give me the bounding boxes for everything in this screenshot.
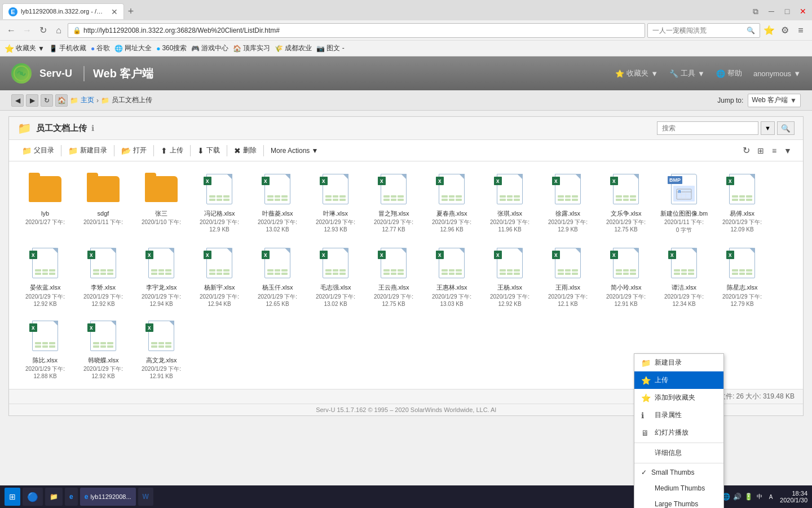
context-menu-details[interactable]: 详细信息 <box>634 444 723 462</box>
file-search-input[interactable] <box>657 121 758 135</box>
list-item[interactable]: x 杨新宇.xlsx 2020/1/29 下午: 12.94 KB <box>192 241 247 310</box>
list-item[interactable]: x 易傅.xlsx 2020/1/29 下午: 12.09 KB <box>714 167 770 238</box>
address-bar[interactable]: 🔒 http://lyb11292008.in.3322.org:36828/W… <box>68 23 645 38</box>
fav-games[interactable]: 🎮游戏中心 <box>191 43 228 53</box>
list-item[interactable]: sdgf 2020/1/11 下午: <box>76 167 131 238</box>
minimize-btn[interactable]: ─ <box>765 5 778 18</box>
list-item[interactable]: x 毛志强.xlsx 2020/1/29 下午: 13.02 KB <box>308 241 363 310</box>
view-dropdown-btn[interactable]: ▼ <box>781 144 795 157</box>
open-btn[interactable]: 📂 打开 <box>117 143 151 157</box>
context-menu-medium-thumbs[interactable]: Medium Thumbs <box>634 480 723 496</box>
list-item[interactable]: x 陈比.xlsx 2020/1/29 下午: 12.88 KB <box>17 314 73 383</box>
breadcrumb-home[interactable]: 主页 <box>81 95 94 105</box>
download-btn[interactable]: ⬇ 下载 <box>193 143 224 157</box>
search-arrow-btn[interactable]: ▼ <box>761 121 775 135</box>
fav-google[interactable]: ●谷歌 <box>91 43 110 53</box>
tools-icon[interactable]: ⚙ <box>778 24 792 37</box>
list-item[interactable]: x 韩晓蝶.xlsx 2020/1/29 下午: 12.92 KB <box>76 314 131 383</box>
context-menu-add-fav[interactable]: ⭐ 添加到收藏夹 <box>634 389 723 406</box>
fav-mobile[interactable]: 📱手机收藏 <box>49 43 86 53</box>
favorites-star-icon[interactable]: ⭐ <box>762 24 776 37</box>
fav-photo[interactable]: 📷图文 - <box>316 43 344 53</box>
list-item[interactable]: x 徐露.xlsx 2020/1/29 下午: 12.9 KB <box>540 167 595 238</box>
taskbar-active-ie[interactable]: e lyb11292008... <box>80 488 136 506</box>
system-clock: 18:34 2020/1/30 <box>780 490 807 503</box>
list-item[interactable]: x 王云燕.xlsx 2020/1/29 下午: 12.75 KB <box>366 241 421 310</box>
context-menu-small-thumbs[interactable]: ✓ Small Thumbs <box>634 465 723 480</box>
context-menu-large-thumbs[interactable]: Large Thumbs <box>634 496 723 508</box>
fav-farm[interactable]: 🌾成都农业 <box>275 43 312 53</box>
taskbar-ie[interactable]: e <box>65 488 78 506</box>
taskbar-cortana[interactable]: 🔵 <box>23 488 43 506</box>
back-btn[interactable]: ← <box>5 24 18 37</box>
info-icon[interactable]: ℹ <box>91 124 94 133</box>
home-btn[interactable]: ⌂ <box>52 24 65 37</box>
more-actions-btn[interactable]: More Actions ▼ <box>266 144 323 157</box>
context-menu-new-dir[interactable]: 📁 新建目录 <box>634 354 723 371</box>
list-item[interactable]: x 王杨.xlsx 2020/1/29 下午: 12.92 KB <box>482 241 537 310</box>
context-menu-slideshow[interactable]: 🖥 幻灯片播放 <box>634 424 723 441</box>
maximize-btn[interactable]: □ <box>780 5 794 18</box>
nav-forward-btn2[interactable]: ▶ <box>26 94 38 107</box>
list-item[interactable]: x 王惠林.xlsx 2020/1/29 下午: 13.03 KB <box>424 241 479 310</box>
list-item[interactable]: x 李矫.xlsx 2020/1/29 下午: 12.92 KB <box>76 241 131 310</box>
browser-search-input[interactable] <box>652 27 747 34</box>
list-item[interactable]: x 叶琳.xlsx 2020/1/29 下午: 12.93 KB <box>308 167 363 238</box>
nav-tools[interactable]: 🔧 工具 ▼ <box>669 68 705 78</box>
fav-top[interactable]: 🏠顶库实习 <box>233 43 270 53</box>
list-item[interactable]: 张三 2020/1/10 下午: <box>134 167 189 238</box>
nav-home-btn2[interactable]: 🏠 <box>55 94 68 107</box>
nav-back-btn[interactable]: ◀ <box>11 94 24 107</box>
list-view-btn[interactable]: ≡ <box>767 144 781 157</box>
forward-btn[interactable]: → <box>20 24 34 37</box>
excel-icon-container: x <box>608 171 644 207</box>
refresh-files-btn[interactable]: ↻ <box>739 144 753 157</box>
taskbar-word[interactable]: W <box>138 488 153 506</box>
user-menu[interactable]: anonymous ▼ <box>753 69 801 78</box>
context-menu-upload[interactable]: ⭐ 上传 <box>634 371 723 389</box>
list-item[interactable]: lyb 2020/1/27 下午: <box>17 167 73 238</box>
list-item[interactable]: x 王雨.xlsx 2020/1/29 下午: 12.1 KB <box>540 241 595 310</box>
list-item[interactable]: x 冒之翔.xlsx 2020/1/29 下午: 12.77 KB <box>366 167 421 238</box>
nav-refresh-btn2[interactable]: ↻ <box>41 94 53 107</box>
favorites-folder[interactable]: ⭐ 收藏夹 ▼ <box>5 43 45 53</box>
menu-icon[interactable]: ≡ <box>794 24 807 37</box>
list-item[interactable]: x 陈星志.xlsx 2020/1/29 下午: 12.79 KB <box>714 241 770 310</box>
folder-icon-container <box>85 171 121 207</box>
list-item[interactable]: x 张琪.xlsx 2020/1/29 下午: 11.96 KB <box>482 167 537 238</box>
fav-360[interactable]: ●360搜索 <box>156 43 187 53</box>
restore-down-btn[interactable]: ⧉ <box>749 5 762 18</box>
refresh-btn[interactable]: ↻ <box>36 24 50 37</box>
list-item[interactable]: x 谭洁.xlsx 2020/1/29 下午: 12.34 KB <box>656 241 712 310</box>
search-go-btn[interactable]: 🔍 <box>777 121 795 135</box>
list-item[interactable]: BMP 1 <box>656 167 712 238</box>
jump-dropdown-icon[interactable]: ▼ <box>790 97 797 104</box>
new-dir-btn[interactable]: 📁 新建目录 <box>64 143 112 157</box>
list-item[interactable]: x 高文龙.xlsx 2020/1/29 下午: 12.91 KB <box>134 314 189 383</box>
nav-favorites[interactable]: ⭐ 收藏夹 ▼ <box>615 68 658 78</box>
list-item[interactable]: x 夏春燕.xlsx 2020/1/29 下午: 12.96 KB <box>424 167 479 238</box>
list-item[interactable]: x 叶薇菱.xlsx 2020/1/29 下午: 13.02 KB <box>250 167 305 238</box>
new-tab-button[interactable]: + <box>124 5 138 18</box>
delete-btn[interactable]: ✖ 删除 <box>230 143 261 157</box>
parent-dir-btn[interactable]: 📁 父目录 <box>17 143 59 157</box>
file-date: 2020/1/29 下午: <box>374 293 413 301</box>
active-tab[interactable]: E lyb11292008.in.3322.org - /员... ✕ <box>2 3 124 19</box>
upload-btn[interactable]: ⬆ 上传 <box>156 143 188 157</box>
list-item[interactable]: x 简小玲.xlsx 2020/1/29 下午: 12.91 KB <box>598 241 654 310</box>
search-box[interactable]: 🔍 <box>647 23 760 38</box>
list-item[interactable]: x 杨玉仟.xlsx 2020/1/29 下午: 12.65 KB <box>250 241 305 310</box>
nav-help[interactable]: 🌐 帮助 <box>716 68 742 78</box>
list-item[interactable]: x 李宇龙.xlsx 2020/1/29 下午: 12.94 KB <box>134 241 189 310</box>
grid-view-btn[interactable]: ⊞ <box>754 144 767 157</box>
tab-title: lyb11292008.in.3322.org - /员... <box>21 7 105 16</box>
fav-all-sites[interactable]: 🌐网址大全 <box>114 43 152 53</box>
close-btn[interactable]: ✕ <box>796 5 810 18</box>
list-item[interactable]: x 文乐争.xlsx 2020/1/29 下午: 12.75 KB <box>598 167 654 238</box>
context-menu-dir-props[interactable]: ℹ 目录属性 <box>634 406 723 424</box>
list-item[interactable]: x 晏依蓝.xlsx 2020/1/29 下午: 12.92 KB <box>17 241 73 310</box>
taskbar-explorer[interactable]: 📁 <box>45 488 63 506</box>
tab-close-btn[interactable]: ✕ <box>111 7 118 16</box>
start-button[interactable]: ⊞ <box>5 488 20 506</box>
list-item[interactable]: x 冯记格.xlsx 2020/1/29 下午: 12.9 KB <box>192 167 247 238</box>
